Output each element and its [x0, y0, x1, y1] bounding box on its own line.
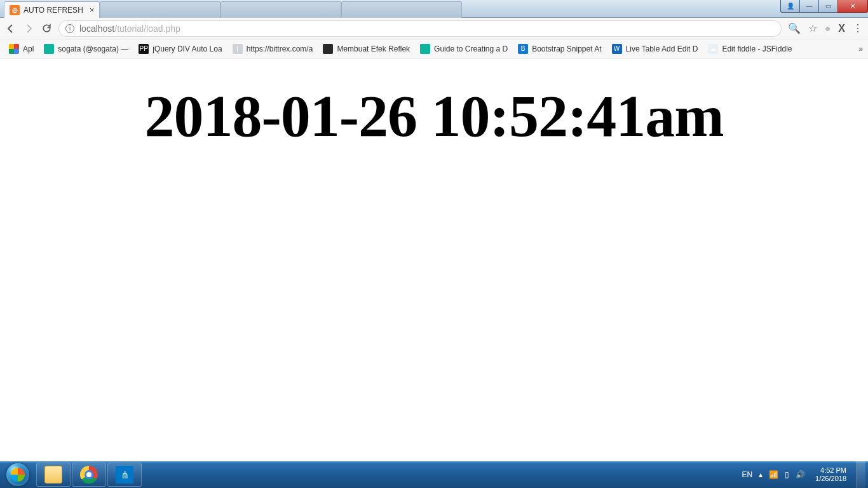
- page-heading: 2018-01-26 10:52:41am: [0, 81, 868, 150]
- forward-button[interactable]: [23, 23, 34, 34]
- reload-button[interactable]: [41, 23, 52, 34]
- tab-close-icon[interactable]: ×: [90, 5, 95, 15]
- taskbar-clock[interactable]: 4:52 PM 1/26/2018: [811, 466, 850, 483]
- battery-icon[interactable]: ▯: [785, 470, 789, 479]
- window-controls: 👤 — ▭ ✕: [780, 0, 868, 13]
- browser-tab-inactive[interactable]: [220, 1, 341, 18]
- url-host: localhost: [79, 24, 114, 34]
- bookmark-item[interactable]: sogata (@sogata) —: [40, 44, 132, 54]
- minimize-button[interactable]: —: [799, 0, 818, 13]
- browser-tab-inactive[interactable]: [341, 1, 462, 18]
- toolbar-right: 🔍 ☆ ● X ⋮: [788, 22, 863, 34]
- bookmarks-bar: Apl sogata (@sogata) — PPjQuery DIV Auto…: [0, 39, 868, 58]
- zoom-icon[interactable]: 🔍: [788, 22, 801, 34]
- taskbar-chrome-button[interactable]: [72, 463, 106, 487]
- bookmark-item[interactable]: PPjQuery DIV Auto Loa: [135, 44, 226, 54]
- extension-x-icon[interactable]: X: [838, 23, 845, 34]
- bookmark-favicon-icon: W: [612, 44, 622, 54]
- browser-tab-inactive[interactable]: [100, 1, 220, 18]
- url-path: /tutorial/load.php: [114, 24, 180, 34]
- bookmark-favicon-icon: ☁: [708, 44, 718, 54]
- bookmark-favicon-icon: [323, 44, 333, 54]
- apps-icon: [9, 44, 19, 54]
- bookmark-item[interactable]: BBootstrap Snippet At: [514, 44, 605, 54]
- show-desktop-button[interactable]: [857, 461, 865, 488]
- browser-tab-strip: ◎ AUTO REFRESH ×: [0, 0, 462, 18]
- address-bar[interactable]: i localhost/tutorial/load.php: [58, 20, 782, 37]
- bookmark-favicon-icon: B: [518, 44, 528, 54]
- page-viewport: 2018-01-26 10:52:41am: [0, 58, 868, 461]
- bookmark-item[interactable]: WLive Table Add Edit D: [608, 44, 702, 54]
- bookmark-item[interactable]: |https://bittrex.com/a: [229, 44, 317, 54]
- favicon-icon: [105, 5, 116, 15]
- favicon-icon: [226, 5, 236, 15]
- user-button[interactable]: 👤: [780, 0, 799, 13]
- bookmark-item[interactable]: Guide to Creating a D: [416, 44, 512, 54]
- menu-icon[interactable]: ⋮: [853, 22, 863, 34]
- bookmark-favicon-icon: PP: [139, 44, 149, 54]
- bookmark-favicon-icon: [44, 44, 54, 54]
- taskbar-vscode-button[interactable]: ⋔: [107, 463, 142, 487]
- bookmark-item[interactable]: ☁Edit fiddle - JSFiddle: [704, 44, 796, 54]
- language-indicator[interactable]: EN: [742, 470, 752, 479]
- apps-shortcut[interactable]: Apl: [5, 44, 37, 54]
- back-button[interactable]: [5, 23, 17, 34]
- folder-icon: [44, 466, 62, 484]
- tray-chevron-up-icon[interactable]: ▴: [759, 470, 763, 479]
- close-button[interactable]: ✕: [837, 0, 868, 13]
- bookmarks-overflow-icon[interactable]: »: [858, 44, 863, 53]
- bookmark-star-icon[interactable]: ☆: [808, 22, 817, 34]
- window-titlebar: ◎ AUTO REFRESH × 👤 — ▭ ✕: [0, 0, 868, 18]
- windows-taskbar: ⋔ EN ▴ 📶 ▯ 🔊 4:52 PM 1/26/2018: [0, 461, 868, 488]
- info-icon[interactable]: i: [65, 24, 74, 33]
- maximize-button[interactable]: ▭: [818, 0, 837, 13]
- vscode-icon: ⋔: [116, 466, 133, 484]
- browser-toolbar: i localhost/tutorial/load.php 🔍 ☆ ● X ⋮: [0, 18, 868, 39]
- clock-time: 4:52 PM: [815, 466, 846, 475]
- favicon-icon: [347, 5, 357, 15]
- windows-orb-icon: [6, 463, 29, 486]
- bookmark-favicon-icon: |: [233, 44, 243, 54]
- bookmark-item[interactable]: Membuat Efek Reflek: [319, 44, 414, 54]
- start-button[interactable]: [0, 461, 36, 488]
- volume-icon[interactable]: 🔊: [796, 470, 805, 479]
- xampp-icon: ◎: [10, 5, 20, 15]
- system-tray: EN ▴ 📶 ▯ 🔊 4:52 PM 1/26/2018: [739, 461, 868, 488]
- clock-date: 1/26/2018: [815, 475, 846, 483]
- network-icon[interactable]: 📶: [769, 470, 778, 479]
- url-display: localhost/tutorial/load.php: [79, 24, 180, 34]
- tab-title: AUTO REFRESH: [24, 6, 83, 15]
- browser-tab-active[interactable]: ◎ AUTO REFRESH ×: [4, 1, 100, 18]
- extension-icon[interactable]: ●: [825, 23, 831, 34]
- chrome-icon: [80, 466, 98, 484]
- taskbar-explorer-button[interactable]: [36, 463, 71, 487]
- bookmark-favicon-icon: [420, 44, 430, 54]
